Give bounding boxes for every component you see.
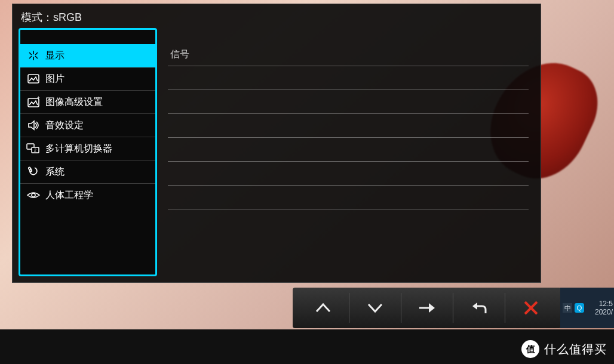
ime-indicator[interactable]: 中 [563, 303, 572, 313]
clock-time: 12:5 [595, 300, 613, 308]
menu-item-label: 显示 [45, 50, 65, 62]
display-icon [26, 49, 41, 62]
menu-item-system[interactable]: 系统 [20, 161, 155, 184]
detail-row-empty [168, 90, 529, 114]
detail-row-empty [168, 186, 529, 209]
osd-sidebar: 显示 图片 + 图像高级设置 音效设定 [19, 28, 157, 276]
menu-item-label: 图像高级设置 [45, 96, 103, 109]
menu-item-picture[interactable]: 图片 [20, 67, 155, 91]
osd-mode-title: 模式：sRGB [13, 4, 541, 28]
enter-button[interactable] [401, 293, 453, 323]
svg-line-4 [35, 56, 38, 58]
ergonomics-icon [26, 189, 41, 202]
menu-item-label: 多计算机切换器 [45, 143, 112, 155]
system-icon [26, 165, 41, 178]
svg-text:+: + [37, 96, 40, 100]
menu-item-picture-advanced[interactable]: + 图像高级设置 [20, 91, 155, 114]
osd-detail-panel: 信号 [157, 28, 535, 276]
menu-item-audio[interactable]: 音效设定 [20, 114, 155, 137]
picture-icon [26, 72, 41, 85]
svg-line-1 [29, 53, 32, 55]
svg-line-2 [35, 53, 38, 55]
menu-item-ergonomics[interactable]: 人体工程学 [20, 184, 155, 206]
menu-item-label: 音效设定 [45, 119, 84, 132]
osd-window: 模式：sRGB 显示 图片 + 图像高级设置 [12, 4, 541, 283]
menu-item-label: 人体工程学 [45, 189, 93, 202]
watermark: 值 什么值得买 [521, 340, 607, 358]
watermark-badge: 值 [521, 340, 539, 358]
detail-row-empty [168, 66, 529, 90]
menu-item-kvm[interactable]: 2 多计算机切换器 [20, 137, 155, 161]
up-button[interactable] [297, 293, 349, 323]
down-button[interactable] [349, 293, 401, 323]
exit-button[interactable] [505, 293, 557, 323]
detail-row-signal[interactable]: 信号 [168, 42, 529, 66]
clock-date: 2020/ [595, 308, 613, 316]
detail-row-label: 信号 [170, 49, 189, 59]
svg-text:2: 2 [34, 148, 36, 152]
detail-row-empty [168, 114, 529, 138]
svg-rect-6 [28, 75, 39, 83]
osd-nav-bar [293, 288, 561, 328]
menu-item-label: 系统 [45, 166, 65, 178]
detail-row-empty [168, 162, 529, 186]
taskbar-clock[interactable]: 12:5 2020/ [595, 300, 614, 317]
svg-line-3 [29, 56, 32, 58]
svg-point-13 [32, 193, 35, 197]
kvm-icon: 2 [26, 142, 41, 155]
watermark-text: 什么值得买 [544, 341, 607, 357]
detail-row-empty [168, 138, 529, 162]
picture-advanced-icon: + [26, 95, 41, 109]
audio-icon [26, 119, 41, 132]
menu-item-display[interactable]: 显示 [20, 44, 155, 67]
windows-taskbar: 中 Q 12:5 2020/ [560, 288, 614, 328]
back-button[interactable] [453, 293, 505, 323]
tray-app-icon[interactable]: Q [575, 303, 584, 313]
menu-item-label: 图片 [45, 73, 65, 85]
